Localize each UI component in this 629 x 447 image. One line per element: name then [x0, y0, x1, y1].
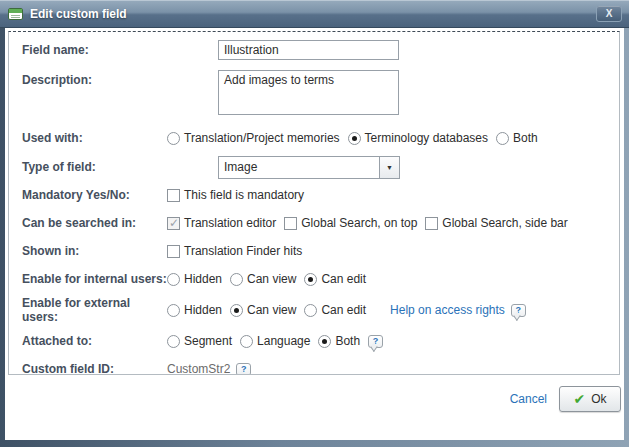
radio-label: Can view	[247, 272, 296, 286]
searched-in-control: Translation editor Global Search, on top…	[167, 216, 619, 230]
checkmark-icon: ✔	[573, 392, 585, 406]
type-of-field-row: Type of field: Image ▼	[9, 155, 619, 179]
internal-users-label: Enable for internal users:	[9, 272, 167, 286]
radio-icon	[240, 335, 253, 348]
radio-label: Language	[257, 334, 310, 348]
radio-internal-can-edit[interactable]: Can edit	[304, 272, 366, 286]
form-icon	[8, 8, 23, 20]
internal-users-control: Hidden Can view Can edit	[167, 272, 619, 286]
ok-button[interactable]: ✔ Ok	[559, 386, 621, 412]
internal-users-row: Enable for internal users: Hidden Can vi…	[9, 268, 619, 290]
mandatory-label: Mandatory Yes/No:	[9, 188, 167, 202]
dialog-body: Field name: Description: Add images to t…	[5, 28, 624, 440]
field-name-row: Field name:	[9, 38, 619, 62]
radio-used-with-memories[interactable]: Translation/Project memories	[167, 131, 340, 145]
radio-internal-can-view[interactable]: Can view	[230, 272, 296, 286]
description-input[interactable]: Add images to terms	[218, 70, 399, 115]
checkbox-icon	[284, 217, 297, 230]
ok-button-label: Ok	[591, 392, 606, 406]
radio-label: Can view	[247, 303, 296, 317]
radio-selected-icon	[230, 304, 243, 317]
dropdown-value: Image	[219, 157, 379, 178]
type-of-field-control: Image ▼	[167, 156, 619, 179]
help-icon[interactable]: ?	[236, 363, 251, 376]
radio-internal-hidden[interactable]: Hidden	[167, 272, 222, 286]
description-label: Description:	[9, 70, 167, 87]
checkbox-icon	[425, 217, 438, 230]
checkbox-icon	[167, 189, 180, 202]
checkbox-label: Global Search, on top	[301, 216, 417, 230]
mandatory-control: This field is mandatory	[167, 188, 619, 202]
external-users-label: Enable for external users:	[9, 296, 167, 324]
custom-field-id-value: CustomStr2	[167, 362, 230, 375]
shown-in-label: Shown in:	[9, 244, 167, 258]
radio-external-can-edit[interactable]: Can edit	[304, 303, 366, 317]
checkbox-mandatory[interactable]: This field is mandatory	[167, 188, 304, 202]
checkbox-label: Translation Finder hits	[184, 244, 302, 258]
radio-selected-icon	[304, 273, 317, 286]
form-panel: Field name: Description: Add images to t…	[8, 31, 620, 375]
external-users-row: Enable for external users: Hidden Can vi…	[9, 296, 619, 324]
checkbox-label: This field is mandatory	[184, 188, 304, 202]
cancel-link[interactable]: Cancel	[510, 392, 547, 406]
edit-custom-field-dialog: Edit custom field X Field name: Descript…	[0, 0, 629, 447]
radio-label: Segment	[184, 334, 232, 348]
attached-to-row: Attached to: Segment Language Both ?	[9, 330, 619, 352]
chevron-down-icon[interactable]: ▼	[379, 157, 399, 178]
attached-to-control: Segment Language Both ?	[167, 334, 619, 348]
radio-icon	[167, 335, 180, 348]
field-name-input[interactable]	[218, 40, 399, 60]
checkbox-icon	[167, 245, 180, 258]
radio-label: Hidden	[184, 272, 222, 286]
shown-in-control: Translation Finder hits	[167, 244, 619, 258]
custom-field-id-label: Custom field ID:	[9, 362, 167, 375]
help-icon[interactable]: ?	[511, 304, 526, 317]
checkbox-checked-icon	[167, 217, 180, 230]
radio-icon	[167, 132, 180, 145]
searched-in-label: Can be searched in:	[9, 216, 167, 230]
custom-field-id-row: Custom field ID: CustomStr2 ?	[9, 358, 619, 375]
radio-external-can-view[interactable]: Can view	[230, 303, 296, 317]
dialog-title: Edit custom field	[30, 7, 127, 21]
description-control: Add images to terms	[167, 70, 619, 115]
radio-icon	[496, 132, 509, 145]
field-name-label: Field name:	[9, 43, 167, 57]
dialog-footer: Cancel ✔ Ok	[510, 386, 621, 412]
radio-icon	[230, 273, 243, 286]
used-with-label: Used with:	[9, 131, 167, 145]
radio-attached-both[interactable]: Both	[318, 334, 360, 348]
checkbox-translation-editor[interactable]: Translation editor	[167, 216, 276, 230]
checkbox-global-search-top[interactable]: Global Search, on top	[284, 216, 417, 230]
radio-label: Can edit	[321, 303, 366, 317]
radio-attached-segment[interactable]: Segment	[167, 334, 232, 348]
close-button[interactable]: X	[596, 5, 622, 22]
used-with-row: Used with: Translation/Project memories …	[9, 127, 619, 149]
dialog-titlebar[interactable]: Edit custom field X	[0, 0, 629, 28]
used-with-control: Translation/Project memories Terminology…	[167, 131, 619, 145]
radio-external-hidden[interactable]: Hidden	[167, 303, 222, 317]
shown-in-row: Shown in: Translation Finder hits	[9, 240, 619, 262]
radio-used-with-terminology[interactable]: Terminology databases	[348, 131, 488, 145]
radio-label: Translation/Project memories	[184, 131, 340, 145]
radio-label: Terminology databases	[365, 131, 488, 145]
help-on-access-rights-link[interactable]: Help on access rights	[390, 303, 505, 317]
radio-label: Hidden	[184, 303, 222, 317]
help-icon[interactable]: ?	[368, 335, 383, 348]
radio-selected-icon	[318, 335, 331, 348]
custom-field-id-control: CustomStr2 ?	[167, 362, 619, 375]
checkbox-label: Global Search, side bar	[442, 216, 567, 230]
checkbox-label: Translation editor	[184, 216, 276, 230]
external-users-control: Hidden Can view Can edit Help on access …	[167, 303, 619, 317]
checkbox-translation-finder-hits[interactable]: Translation Finder hits	[167, 244, 302, 258]
type-of-field-label: Type of field:	[9, 160, 167, 174]
radio-attached-language[interactable]: Language	[240, 334, 310, 348]
radio-label: Can edit	[321, 272, 366, 286]
field-name-control	[167, 40, 619, 60]
radio-selected-icon	[348, 132, 361, 145]
radio-label: Both	[335, 334, 360, 348]
checkbox-global-search-sidebar[interactable]: Global Search, side bar	[425, 216, 567, 230]
radio-used-with-both[interactable]: Both	[496, 131, 538, 145]
type-of-field-dropdown[interactable]: Image ▼	[218, 156, 400, 179]
description-row: Description: Add images to terms	[9, 70, 619, 116]
mandatory-row: Mandatory Yes/No: This field is mandator…	[9, 184, 619, 206]
